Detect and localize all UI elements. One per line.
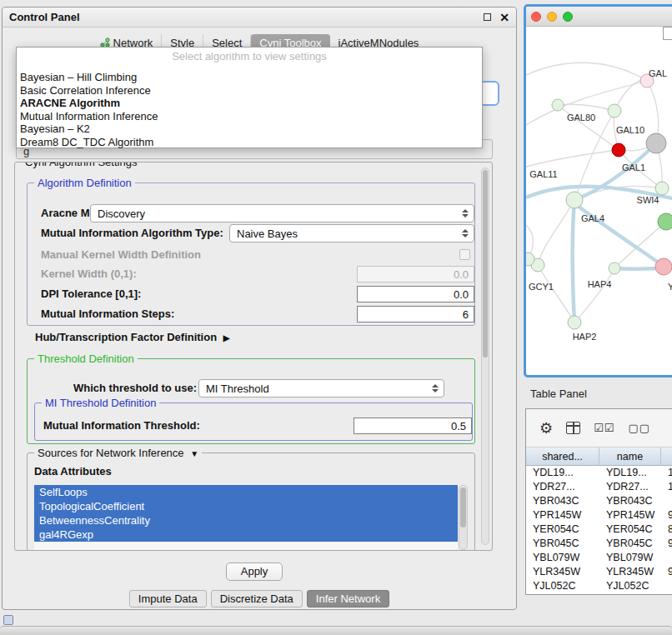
- table-row[interactable]: YPR145WYPR145W9...: [526, 508, 672, 522]
- settings-scrollbar[interactable]: [481, 168, 489, 545]
- mi-steps-field[interactable]: 6: [357, 306, 474, 322]
- network-window-titlebar[interactable]: [526, 7, 672, 27]
- algorithm-option[interactable]: Mutual Information Inference: [17, 110, 482, 123]
- network-node[interactable]: [608, 104, 621, 118]
- select-all-icon[interactable]: ☑☑: [594, 422, 614, 434]
- node-label: GAL: [649, 68, 667, 78]
- network-node[interactable]: [646, 133, 666, 153]
- network-node[interactable]: [658, 213, 672, 230]
- tab-impute-data[interactable]: Impute Data: [129, 590, 207, 608]
- mac-zoom-button[interactable]: [563, 12, 573, 22]
- network-canvas[interactable]: GALGAL80GAL10GAL11GAL1SWI4GAL4GCY1HAP4YH…: [526, 27, 672, 378]
- window-title: Control Panel: [9, 11, 80, 23]
- table-cell: YPR145W: [526, 508, 599, 522]
- close-icon[interactable]: ✕: [499, 12, 509, 23]
- table-cell: [661, 579, 672, 593]
- collapsed-arrow-icon[interactable]: ▶: [223, 333, 230, 342]
- table-panel-window: ⚙ ☑☑ ▢▢ shared...name YDL19...YDL19...13…: [525, 408, 672, 595]
- algorithm-option[interactable]: Bayesian – Hill Climbing: [17, 71, 482, 84]
- algorithm-option[interactable]: Dream8 DC_TDC Algorithm: [17, 136, 482, 149]
- network-node[interactable]: [566, 192, 583, 208]
- network-node[interactable]: [568, 316, 581, 329]
- bottom-tabs: Impute Data Discretize Data Infer Networ…: [3, 590, 516, 608]
- table-cell: YPR145W: [599, 508, 661, 522]
- control-panel-titlebar[interactable]: Control Panel ✕: [3, 8, 516, 28]
- combo-arrows-icon: [460, 225, 470, 242]
- table-toolbar: ⚙ ☑☑ ▢▢: [526, 409, 672, 448]
- column-header[interactable]: shared...: [526, 448, 599, 466]
- column-header[interactable]: [661, 448, 672, 466]
- threshold-definition-title: Threshold Definition: [34, 352, 138, 365]
- data-attributes-list[interactable]: SelfLoopsTopologicalCoefficientBetweenne…: [34, 485, 458, 550]
- settings-scrollbar-thumb[interactable]: [483, 170, 488, 358]
- network-node[interactable]: [609, 262, 620, 274]
- table-row[interactable]: YJL052CYJL052C: [526, 579, 672, 593]
- algorithm-dropdown-popup[interactable]: Select algorithm to view settings Bayesi…: [16, 47, 483, 148]
- mi-type-combo[interactable]: Naive Bayes: [229, 224, 474, 242]
- table-row[interactable]: YBL079WYBL079W: [526, 551, 672, 565]
- cyni-algorithm-settings-group: Cyni Algorithm Settings Algorithm Defini…: [14, 162, 493, 551]
- mac-close-button[interactable]: [531, 12, 541, 22]
- sources-group: Sources for Network Inference ▼ Data Att…: [27, 452, 475, 551]
- table-cell: 9...: [661, 565, 672, 579]
- attributes-scrollbar[interactable]: [459, 485, 468, 550]
- mi-threshold-definition-group: MI Threshold Definition Mutual Informati…: [34, 402, 473, 441]
- node-label: HAP2: [573, 332, 597, 342]
- table-cell: YDL19...: [526, 466, 599, 480]
- expanded-arrow-icon[interactable]: ▼: [190, 449, 198, 458]
- network-node[interactable]: [655, 182, 669, 195]
- algorithm-option[interactable]: ARACNE Algorithm: [17, 97, 482, 110]
- bottom-window-titlebar[interactable]: [0, 626, 672, 635]
- columns-icon[interactable]: [566, 422, 580, 434]
- kernel-width-value: 0.0: [454, 268, 469, 281]
- table-row[interactable]: YBR045CYBR045C9...: [526, 537, 672, 551]
- node-label: GAL80: [567, 112, 595, 122]
- mac-minimize-button[interactable]: [547, 12, 557, 22]
- table-row[interactable]: YDR27...YDR27...12...: [526, 480, 672, 494]
- apply-button[interactable]: Apply: [226, 562, 283, 581]
- deselect-all-icon[interactable]: ▢▢: [628, 422, 650, 434]
- table-row[interactable]: YLR345WYLR345W9...: [526, 565, 672, 579]
- aracne-mode-combo[interactable]: Discovery: [90, 204, 474, 222]
- table-header: shared...name: [526, 448, 672, 466]
- mi-threshold-field[interactable]: 0.5: [354, 418, 472, 434]
- minimized-window-icon[interactable]: [3, 615, 13, 625]
- attribute-item[interactable]: gal4RGexp: [34, 528, 458, 542]
- algorithm-options: Bayesian – Hill ClimbingBasic Correlatio…: [17, 71, 482, 148]
- table-cell: YBR043C: [526, 494, 599, 508]
- table-cell: YLR345W: [526, 565, 599, 579]
- float-window-icon[interactable]: [484, 13, 491, 21]
- dpi-tolerance-field[interactable]: 0.0: [357, 286, 474, 302]
- tab-infer-network[interactable]: Infer Network: [307, 590, 389, 608]
- network-node[interactable]: [552, 99, 564, 111]
- network-view-window: GALGAL80GAL10GAL11GAL1SWI4GAL4GCY1HAP4YH…: [524, 4, 672, 378]
- threshold-definition-group: Threshold Definition Which threshold to …: [27, 358, 475, 444]
- column-header[interactable]: name: [599, 448, 661, 466]
- mi-threshold-group-title: MI Threshold Definition: [42, 397, 159, 409]
- which-threshold-label: Which threshold to use:: [73, 382, 197, 394]
- attribute-item[interactable]: TopologicalCoefficient: [34, 499, 458, 513]
- network-node[interactable]: [655, 258, 672, 275]
- manual-kernel-checkbox[interactable]: [459, 249, 470, 260]
- which-threshold-combo[interactable]: MI Threshold: [198, 379, 444, 398]
- table-cell: YDR27...: [599, 480, 661, 494]
- table-row[interactable]: YBR043CYBR043C: [526, 494, 672, 508]
- table-row[interactable]: YDL19...YDL19...13...: [526, 466, 672, 480]
- algorithm-option[interactable]: Bayesian – K2: [17, 122, 482, 136]
- network-node[interactable]: [612, 143, 625, 157]
- which-threshold-value: MI Threshold: [206, 382, 269, 395]
- table-row[interactable]: YER054CYER054C8...: [526, 522, 672, 537]
- mi-threshold-label: Mutual Information Threshold:: [43, 419, 200, 432]
- gear-icon[interactable]: ⚙: [539, 421, 553, 436]
- network-edge: [573, 200, 574, 322]
- combo-arrows-icon: [460, 205, 470, 222]
- attribute-item[interactable]: SelfLoops: [34, 485, 458, 499]
- table-cell: YBR043C: [599, 494, 661, 508]
- algorithm-option[interactable]: Basic Correlation Inference: [17, 84, 482, 98]
- attributes-scrollbar-thumb[interactable]: [460, 488, 466, 528]
- attribute-item[interactable]: BetweennessCentrality: [34, 513, 458, 528]
- network-edge: [538, 200, 574, 265]
- tab-discretize-data[interactable]: Discretize Data: [211, 590, 303, 608]
- hub-section-header[interactable]: Hub/Transcription Factor Definition ▶: [35, 331, 229, 343]
- sources-group-title[interactable]: Sources for Network Inference ▼: [34, 447, 202, 459]
